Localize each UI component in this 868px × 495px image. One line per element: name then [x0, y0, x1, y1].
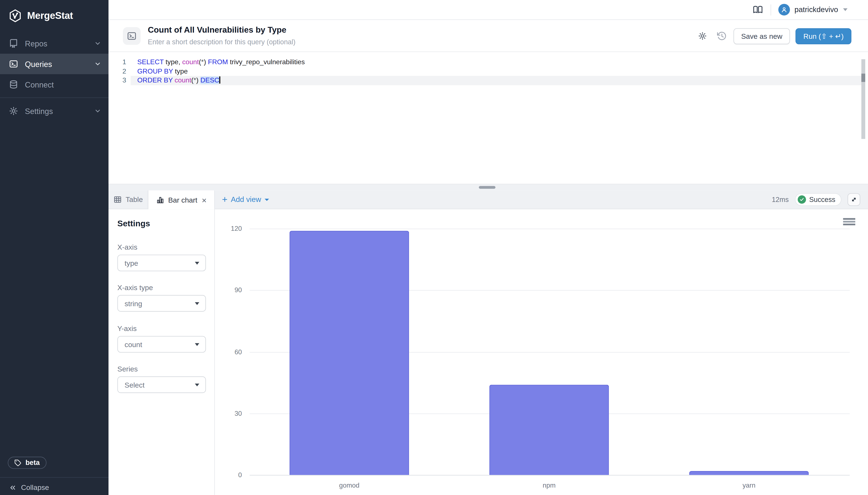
x-axis-type-value: string: [124, 299, 142, 307]
sidebar-divider: [0, 98, 108, 98]
tab-bar-chart[interactable]: Bar chart ×: [148, 190, 215, 209]
double-chevron-left-icon: [9, 483, 17, 491]
sidebar-item-repos[interactable]: Repos: [0, 33, 108, 54]
tab-table[interactable]: Table: [108, 190, 148, 209]
settings-heading: Settings: [117, 219, 150, 228]
sidebar-bottom-divider: [0, 477, 108, 478]
save-as-new-button[interactable]: Save as new: [733, 28, 790, 44]
x-axis-label: X-axis: [117, 243, 137, 251]
code-text: ORDER BY count(*) DESC: [131, 76, 865, 85]
x-axis-line: [250, 475, 850, 476]
tab-bar-chart-label: Bar chart: [168, 195, 197, 204]
query-header-text: Count of All Vulnerabilities by Type: [148, 25, 380, 47]
mergestat-logo-icon: [8, 9, 22, 23]
y-axis-label: Y-axis: [117, 324, 137, 333]
brand-logo[interactable]: MergeStat: [0, 0, 108, 24]
resize-drag-handle[interactable]: [479, 186, 495, 189]
x-tick-label-npm: npm: [489, 482, 609, 490]
panel-resize-strip: [108, 184, 868, 190]
query-settings-gear-icon[interactable]: [698, 32, 707, 40]
status-label: Success: [809, 195, 835, 203]
sidebar-item-label: Connect: [25, 80, 54, 89]
y-axis-value: count: [124, 340, 142, 348]
book-icon: [9, 39, 18, 48]
x-axis-value: type: [124, 259, 138, 267]
chevron-down-icon: [94, 107, 101, 116]
chevron-down-icon: [94, 61, 101, 69]
check-circle-icon: [798, 195, 806, 204]
collapse-label: Collapse: [21, 483, 49, 491]
close-tab-icon[interactable]: ×: [202, 195, 207, 204]
sidebar-item-queries[interactable]: Queries: [0, 54, 108, 74]
editor-scrollbar-thumb[interactable]: [862, 73, 865, 82]
code-text: GROUP BY type: [131, 67, 865, 76]
bar-yarn[interactable]: [689, 471, 809, 475]
code-line[interactable]: 3ORDER BY count(*) DESC: [108, 76, 868, 85]
add-view-button[interactable]: + Add view: [222, 190, 269, 209]
x-axis-type-select[interactable]: string: [117, 295, 206, 311]
y-tick-label: 60: [215, 348, 242, 356]
table-grid-icon: [113, 195, 122, 204]
x-axis-select[interactable]: type: [117, 255, 206, 271]
avatar[interactable]: [778, 4, 790, 16]
beta-badge: beta: [8, 457, 47, 469]
gear-icon: [9, 106, 18, 116]
sidebar-item-connect[interactable]: Connect: [0, 74, 108, 95]
x-tick-label-yarn: yarn: [689, 482, 809, 490]
bar-npm[interactable]: [489, 385, 609, 475]
result-status-area: 12ms Success: [772, 190, 868, 209]
expand-results-button[interactable]: [848, 193, 860, 206]
query-description: [148, 36, 380, 46]
bar-chart-canvas: 1209060300gomodnpmyarn: [215, 209, 868, 495]
docs-book-icon[interactable]: [753, 5, 763, 15]
database-icon: [9, 80, 18, 89]
text-cursor: [219, 76, 220, 84]
topbar-divider: [771, 4, 771, 15]
query-history-icon[interactable]: [717, 31, 727, 41]
collapse-sidebar-button[interactable]: Collapse: [9, 483, 49, 491]
results-tabbar: Table Bar chart × + Add view 12ms: [108, 190, 868, 209]
user-menu-caret-icon: [843, 8, 848, 11]
sidebar: MergeStat Repos Queries: [0, 0, 108, 495]
sidebar-item-settings[interactable]: Settings: [0, 101, 108, 121]
code-rows: 1SELECT type, count(*) FROM trivy_repo_v…: [108, 58, 868, 85]
sidebar-nav: Repos Queries Connect: [0, 33, 108, 121]
top-navbar: patrickdevivo: [108, 0, 868, 20]
terminal-icon: [9, 59, 18, 69]
query-header-actions: Save as new Run (⇧ + ↵): [698, 20, 851, 52]
sidebar-item-label: Queries: [25, 59, 52, 68]
code-line[interactable]: 2GROUP BY type: [108, 67, 868, 76]
sidebar-item-label: Settings: [25, 107, 53, 116]
query-title[interactable]: Count of All Vulnerabilities by Type: [148, 25, 380, 34]
chart-settings-panel: Settings X-axis type X-axis type string …: [108, 209, 215, 495]
query-terminal-icon: [123, 27, 141, 45]
select-caret-icon: [195, 343, 200, 346]
series-select[interactable]: Select: [117, 376, 206, 393]
bar-gomod[interactable]: [289, 231, 409, 475]
series-value: Select: [124, 380, 144, 389]
editor-scrollbar-track: [862, 59, 865, 139]
line-number: 2: [108, 67, 126, 76]
y-axis-select[interactable]: count: [117, 336, 206, 353]
sidebar-item-label: Repos: [25, 39, 48, 48]
select-caret-icon: [195, 383, 200, 386]
username[interactable]: patrickdevivo: [795, 5, 838, 14]
line-number: 1: [108, 58, 126, 67]
tag-icon: [14, 459, 22, 466]
chevron-down-icon: [94, 40, 101, 49]
line-number: 3: [108, 76, 126, 85]
y-tick-label: 30: [215, 409, 242, 417]
run-query-button[interactable]: Run (⇧ + ↵): [796, 28, 851, 44]
sql-editor[interactable]: 1SELECT type, count(*) FROM trivy_repo_v…: [108, 52, 868, 184]
results-content: Settings X-axis type X-axis type string …: [108, 209, 868, 495]
plus-icon: +: [222, 195, 227, 204]
add-view-label: Add view: [231, 195, 261, 204]
chart-menu-icon[interactable]: [843, 218, 855, 225]
code-line[interactable]: 1SELECT type, count(*) FROM trivy_repo_v…: [108, 58, 868, 67]
beta-label: beta: [25, 459, 40, 467]
query-description-input[interactable]: [148, 38, 380, 46]
select-caret-icon: [195, 261, 200, 264]
code-text: SELECT type, count(*) FROM trivy_repo_vu…: [131, 58, 865, 67]
bar-chart-icon: [156, 195, 164, 204]
y-tick-label: 0: [215, 471, 242, 479]
